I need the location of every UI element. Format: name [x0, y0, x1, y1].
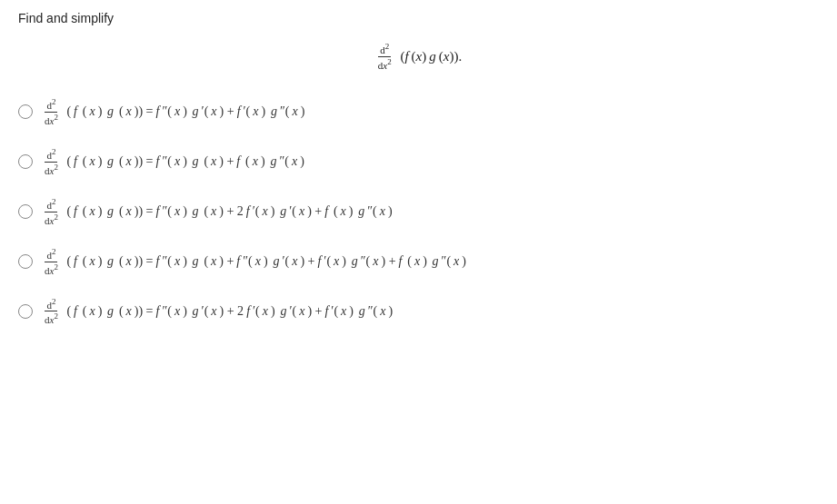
radio-b[interactable] — [18, 154, 33, 169]
problem-expression: d2 dx2 (f (x) g (x)). — [18, 42, 819, 72]
option-item-a: d2 dx2 (f (x) g (x)) = f″(x) g′(x) + f′(… — [18, 97, 819, 127]
option-b-math: d2 dx2 (f (x) g (x)) = f″(x) g (x) + f (… — [42, 147, 304, 177]
option-item-c: d2 dx2 (f (x) g (x)) = f″(x) g (x) + 2f′… — [18, 197, 819, 227]
option-item-b: d2 dx2 (f (x) g (x)) = f″(x) g (x) + f (… — [18, 147, 819, 177]
options-list: d2 dx2 (f (x) g (x)) = f″(x) g′(x) + f′(… — [18, 97, 819, 327]
page-title: Find and simplify — [18, 11, 819, 25]
option-e-math: d2 dx2 (f (x) g (x)) = f″(x) g′(x) + 2f′… — [42, 297, 393, 327]
radio-e[interactable] — [18, 304, 33, 319]
radio-a[interactable] — [18, 104, 33, 119]
radio-c[interactable] — [18, 204, 33, 219]
problem-fraction: d2 dx2 — [376, 42, 394, 72]
problem-text: (f (x) g (x)). — [397, 49, 463, 64]
option-a-math: d2 dx2 (f (x) g (x)) = f″(x) g′(x) + f′(… — [42, 97, 304, 127]
option-d-math: d2 dx2 (f (x) g (x)) = f″(x) g (x) + f″(… — [42, 247, 466, 277]
radio-d[interactable] — [18, 254, 33, 269]
option-item-d: d2 dx2 (f (x) g (x)) = f″(x) g (x) + f″(… — [18, 247, 819, 277]
option-item-e: d2 dx2 (f (x) g (x)) = f″(x) g′(x) + 2f′… — [18, 297, 819, 327]
option-c-math: d2 dx2 (f (x) g (x)) = f″(x) g (x) + 2f′… — [42, 197, 393, 227]
